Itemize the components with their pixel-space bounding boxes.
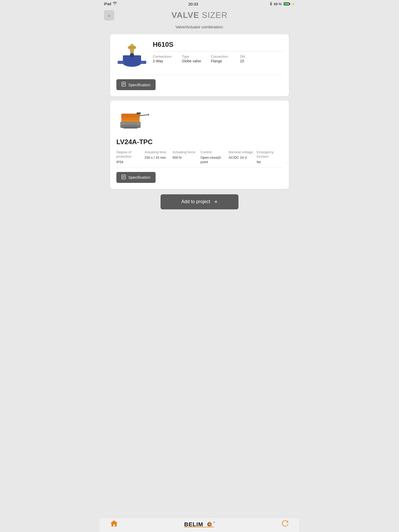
actuator-spec-voltage: Nominal voltage: AC/DC 24 V — [229, 150, 255, 164]
status-left: iPad — [104, 2, 117, 6]
battery-fill — [284, 3, 288, 5]
valve-card: H610S Connections 2-Way Type Globe valve… — [110, 34, 289, 96]
bluetooth-icon — [269, 2, 272, 6]
svg-line-21 — [140, 115, 149, 116]
svg-point-25 — [122, 123, 123, 125]
actuator-specs: Degree of protection: IP54 Actuating tim… — [116, 150, 283, 164]
actuator-spec-control-value: Open-close|3-point — [201, 156, 227, 164]
valve-spec-connections: Connections 2-Way — [153, 55, 174, 63]
actuator-name: LV24A-TPC — [116, 138, 283, 146]
actuator-spec-time-label: Actuating time: — [144, 150, 170, 155]
app-title: VALVE SIZER — [171, 10, 228, 20]
actuator-spec-emergency: Emergency function: No — [257, 150, 283, 164]
svg-rect-23 — [137, 112, 141, 115]
valve-spec-connections-value: 2-Way — [153, 59, 174, 63]
valve-info: H610S Connections 2-Way Type Globe valve… — [153, 41, 283, 65]
svg-point-26 — [137, 123, 139, 125]
add-to-project-button[interactable]: Add to project + — [161, 194, 238, 209]
back-button[interactable]: ‹ — [104, 10, 114, 21]
actuator-spec-time: Actuating time: 150 s / 15 mm — [144, 150, 170, 164]
actuator-card: LV24A-TPC Degree of protection: IP54 Act… — [110, 101, 289, 189]
battery-icon — [284, 2, 289, 5]
actuator-spec-force-label: Actuating force: — [172, 150, 198, 155]
actuator-divider — [116, 168, 283, 168]
svg-rect-11 — [118, 61, 123, 64]
actuator-spec-voltage-label: Nominal voltage: — [229, 150, 255, 155]
valve-spec-connection-value: Flange — [211, 59, 232, 63]
add-btn-container: Add to project + — [110, 194, 289, 209]
valve-spec-btn-label: Specification — [128, 83, 150, 87]
valve-svg — [118, 42, 146, 70]
valve-spec-connection-label: Connection — [211, 55, 232, 58]
app-title-bold: VALVE — [171, 10, 199, 20]
valve-spec-dn-value: 15 — [240, 59, 261, 63]
svg-rect-27 — [123, 127, 138, 129]
actuator-spec-control-label: Control: — [201, 150, 227, 155]
svg-point-10 — [130, 53, 134, 57]
valve-spec-button[interactable]: Specification — [116, 79, 156, 90]
valve-specs: Connections 2-Way Type Globe valve Conne… — [153, 55, 283, 65]
app-title-light: SIZER — [199, 10, 228, 20]
battery-percentage: 89 % — [274, 2, 282, 6]
svg-rect-12 — [141, 61, 146, 64]
charging-icon: ⚡ — [291, 2, 295, 6]
actuator-image — [116, 107, 153, 133]
valve-spec-btn-icon — [122, 82, 126, 88]
valve-spec-connections-label: Connections — [153, 55, 174, 58]
actuator-spec-force-value: 500 N — [172, 156, 198, 160]
subtitle: Valve/Actuator combination: — [100, 23, 299, 32]
actuator-spec-emergency-value: No — [257, 160, 283, 164]
content: H610S Connections 2-Way Type Globe valve… — [100, 32, 299, 240]
svg-rect-9 — [131, 44, 133, 47]
actuator-spec-voltage-value: AC/DC 24 V — [229, 156, 255, 160]
actuator-spec-protection-value: IP54 — [116, 160, 142, 164]
valve-spec-type-label: Type — [182, 55, 203, 58]
valve-spec-type: Type Globe valve — [182, 55, 203, 63]
status-time: 20:33 — [188, 2, 198, 6]
actuator-svg — [120, 107, 149, 133]
actuator-spec-time-value: 150 s / 15 mm — [144, 156, 170, 160]
actuator-spec-protection: Degree of protection: IP54 — [116, 150, 142, 164]
actuator-spec-button[interactable]: Specification — [116, 172, 156, 183]
svg-point-22 — [148, 114, 149, 115]
valve-spec-connection: Connection Flange — [211, 55, 232, 63]
actuator-spec-btn-label: Specification — [128, 175, 150, 179]
valve-divider — [116, 75, 283, 75]
add-btn-plus-icon: + — [214, 198, 218, 205]
actuator-spec-emergency-label: Emergency function: — [257, 150, 283, 159]
ipad-label: iPad — [104, 2, 111, 6]
valve-name: H610S — [153, 41, 283, 51]
status-right: 89 % ⚡ — [269, 2, 295, 6]
valve-spec-dn-label: DN: — [240, 55, 261, 58]
actuator-image-container — [116, 107, 283, 135]
header: ‹ VALVE SIZER — [100, 8, 299, 23]
wifi-icon — [113, 2, 117, 6]
valve-spec-dn: DN: 15 — [240, 55, 261, 63]
actuator-spec-force: Actuating force: 500 N — [172, 150, 198, 164]
status-bar: iPad 20:33 89 % ⚡ — [100, 0, 299, 8]
actuator-spec-btn-icon — [122, 175, 126, 180]
add-btn-label: Add to project — [181, 199, 210, 204]
svg-rect-24 — [122, 119, 139, 119]
actuator-spec-protection-label: Degree of protection: — [116, 150, 142, 159]
valve-spec-type-value: Globe valve — [182, 59, 203, 63]
back-arrow-icon: ‹ — [108, 13, 110, 18]
actuator-spec-control: Control: Open-close|3-point — [201, 150, 227, 164]
valve-image — [116, 41, 148, 72]
valve-card-top: H610S Connections 2-Way Type Globe valve… — [116, 41, 283, 72]
